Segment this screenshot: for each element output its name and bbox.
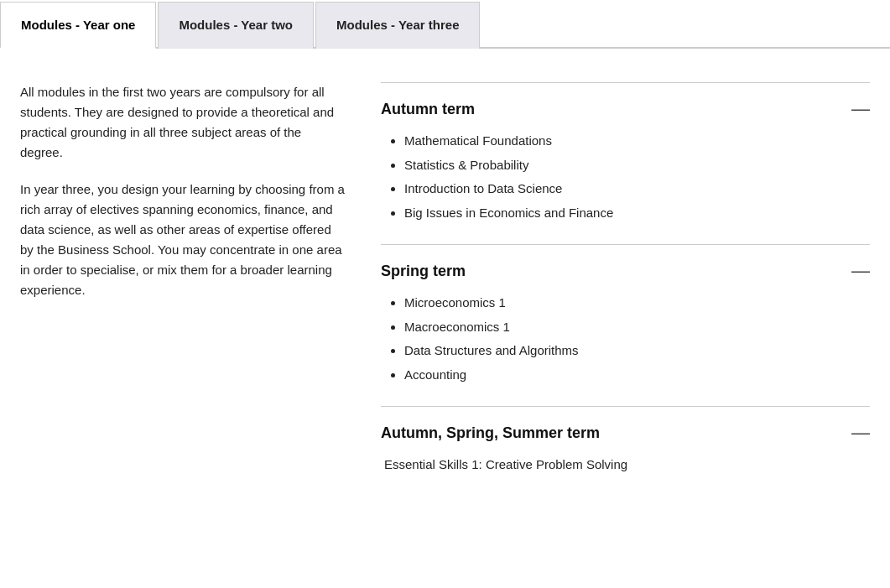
tab-year-two[interactable]: Modules - Year two (158, 2, 314, 49)
spring-term-list: Microeconomics 1 Macroeconomics 1 Data S… (381, 294, 870, 384)
intro-paragraph-2: In year three, you design your learning … (20, 180, 347, 300)
main-content: All modules in the first two years are c… (0, 49, 890, 512)
all-terms-header: Autumn, Spring, Summer term — (381, 424, 870, 442)
autumn-term-list: Mathematical Foundations Statistics & Pr… (381, 132, 870, 222)
list-item: Big Issues in Economics and Finance (404, 204, 870, 223)
intro-paragraph-1: All modules in the first two years are c… (20, 82, 347, 163)
list-item: Introduction to Data Science (404, 180, 870, 199)
spring-term-header: Spring term — (381, 262, 870, 280)
list-item: Macroeconomics 1 (404, 318, 870, 337)
list-item: Microeconomics 1 (404, 294, 870, 313)
autumn-term-toggle[interactable]: — (851, 100, 870, 118)
spring-term-section: Spring term — Microeconomics 1 Macroecon… (381, 244, 870, 406)
list-item: Accounting (404, 366, 870, 385)
autumn-term-section: Autumn term — Mathematical Foundations S… (381, 82, 870, 244)
spring-term-title: Spring term (381, 263, 466, 280)
all-terms-toggle[interactable]: — (851, 424, 870, 442)
list-item: Data Structures and Algorithms (404, 341, 870, 361)
all-terms-single-item: Essential Skills 1: Creative Problem Sol… (381, 455, 870, 475)
tab-year-one[interactable]: Modules - Year one (0, 2, 156, 49)
all-terms-section: Autumn, Spring, Summer term — Essential … (381, 406, 870, 492)
right-column: Autumn term — Mathematical Foundations S… (381, 82, 870, 492)
tabs-container: Modules - Year one Modules - Year two Mo… (0, 0, 890, 49)
left-column: All modules in the first two years are c… (20, 82, 347, 492)
all-terms-title: Autumn, Spring, Summer term (381, 424, 600, 442)
list-item: Statistics & Probability (404, 156, 870, 175)
autumn-term-header: Autumn term — (381, 100, 870, 118)
spring-term-toggle[interactable]: — (851, 262, 870, 280)
autumn-term-title: Autumn term (381, 101, 475, 118)
list-item: Mathematical Foundations (404, 132, 870, 151)
tab-year-three[interactable]: Modules - Year three (315, 2, 480, 49)
